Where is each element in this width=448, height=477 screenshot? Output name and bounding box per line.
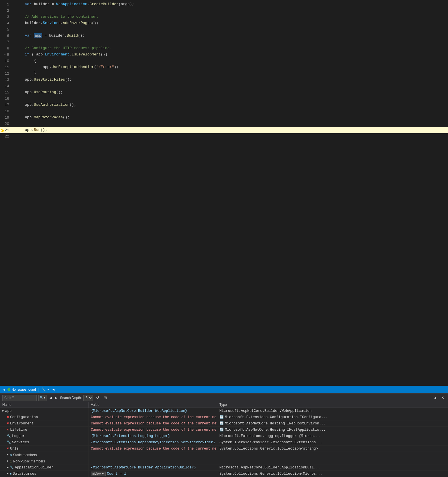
row-configuration-value: Cannot evaluate expression because the c… [89, 414, 217, 420]
search-depth-select[interactable]: 3 1 2 4 5 [83, 395, 93, 401]
row-logger-value: {Microsoft.Extensions.Logging.Logger} [89, 433, 217, 439]
code-line-11: 11 app.UseExceptionHandler("/Error"); [0, 64, 448, 70]
search-depth-label: Search Depth: [60, 396, 82, 400]
dropdown-arrow-icon: ▼ [47, 388, 49, 391]
expand-icon-app[interactable]: ► [2, 409, 4, 412]
row-datasources-name: ► ■ DataSources [0, 471, 89, 477]
line-number-10: 10 [0, 59, 14, 63]
table-row[interactable]: 🔧 Logger {Microsoft.Extensions.Logging.L… [0, 433, 448, 439]
search-input[interactable] [2, 395, 37, 401]
wrench-icon-appbuilder: 🔧 [10, 466, 14, 469]
code-line-3: 3 // Add services to the container. [0, 14, 448, 20]
row-appbuilder-value: {Microsoft.AspNetCore.Builder.Applicatio… [89, 464, 217, 470]
nav-back-button[interactable]: ◄ [49, 396, 53, 400]
code-line-20: 20 [0, 121, 448, 127]
row-services-value: {Microsoft.Extensions.DependencyInjectio… [89, 439, 217, 445]
grid-icon-button[interactable]: ⊞ [102, 395, 108, 401]
status-no-issues[interactable]: No issues found [7, 388, 36, 392]
line-number-7: 7 [0, 40, 14, 44]
code-editor: 1 var builder = WebApplication.CreateBui… [0, 0, 448, 386]
code-line-10: 10 { [0, 58, 448, 64]
nonpublic-members-icon: ◌ [10, 459, 12, 464]
refresh-icon-button[interactable]: ↺ [95, 395, 101, 401]
line-number-1: 1 [0, 2, 14, 7]
row-datasources-type: System.Collections.Generic.ICollection<M… [217, 471, 448, 477]
nav-forward-button[interactable]: ► [54, 396, 58, 400]
code-line-14: 14 [0, 83, 448, 89]
row-lifetime-type: 🔄 Microsoft.AspNetCore.Hosting.IHostAppl… [217, 427, 448, 433]
code-line-5: 5 [0, 26, 448, 33]
line-content-3: // Add services to the container. [14, 14, 99, 20]
line-number-15: 15 [0, 90, 14, 95]
row-logger-type: Microsoft.Extensions.Logging.ILogger {Mi… [217, 433, 448, 439]
expand-icon-nonpublic[interactable]: ► [7, 460, 9, 463]
row-configuration-name-text: Configuration [10, 415, 38, 419]
watch-panel: 🔍▾ ◄ ► Search Depth: 3 1 2 4 5 ↺ ⊞ ▲ ✕ N… [0, 393, 448, 477]
row-appbuilder-name: ► 🔧 ApplicationBuilder [0, 464, 89, 470]
col-name-header: Name [0, 402, 89, 408]
row-appbuilder-name-text: ApplicationBuilder [15, 466, 53, 470]
row-static-name: ► ⚙ Static members [5, 452, 89, 458]
expand-icon-static[interactable]: ► [7, 453, 9, 456]
spinner-icon-environment: 🔄 [219, 421, 224, 426]
line-number-5: 5 [0, 27, 14, 32]
line-content-1: var builder = WebApplication.CreateBuild… [14, 1, 134, 7]
row-lifetime-value: Cannot evaluate expression because the c… [89, 427, 217, 433]
row-services-name-text: Services [12, 440, 29, 444]
line-content-6: var app = builder.Build(); [14, 33, 85, 39]
expand-icon-appbuilder[interactable]: ► [7, 466, 9, 469]
search-button[interactable]: 🔍▾ [38, 395, 47, 401]
code-line-17: 17 app.UseAuthorization(); [0, 102, 448, 108]
row-datasources-name-text: DataSources [13, 472, 37, 476]
line-number-22: 22 [0, 134, 14, 139]
table-row[interactable]: ✖ Urls Cannot evaluate expression becaus… [0, 446, 448, 452]
row-app-name: ► app [0, 408, 89, 414]
watch-table: Name Value Type ► app {Microsoft.AspNetC… [0, 402, 448, 477]
chevron-left-icon: ◄ [2, 388, 5, 391]
line-content-4: builder.Services.AddRazorPages(); [14, 20, 99, 26]
code-line-22: 22 [0, 133, 448, 139]
line-number-14: 14 [0, 84, 14, 88]
row-static-value [89, 452, 217, 458]
view-button-datasources[interactable]: ⊞View ▼ [91, 472, 106, 476]
row-logger-name: 🔧 Logger [5, 433, 89, 439]
code-line-12: 12 } [0, 70, 448, 77]
table-row[interactable]: ✖ Lifetime Cannot evaluate expression be… [0, 427, 448, 433]
expand-icon-datasources[interactable]: ► [7, 472, 9, 475]
status-errors[interactable]: ◄ [2, 388, 5, 391]
status-build-icon[interactable]: 🔧 ▼ [41, 388, 49, 392]
error-icon-lifetime: ✖ [7, 428, 9, 432]
expand-panel-button[interactable]: ▲ [432, 395, 439, 401]
wrench-spin-icon: 🔧 [41, 388, 46, 392]
row-static-type [217, 452, 448, 458]
table-row[interactable]: ► 🔧 ApplicationBuilder {Microsoft.AspNet… [0, 464, 448, 471]
table-row[interactable]: ✖ Environment Cannot evaluate expression… [0, 420, 448, 427]
watch-toolbar-right: ▲ ✕ [432, 395, 446, 401]
code-line-16: 16 [0, 95, 448, 102]
line-number-17: 17 [0, 103, 14, 107]
col-type-header: Type [217, 402, 448, 408]
status-nav-prev[interactable]: ◄ [52, 388, 55, 392]
status-no-issues-label: No issues found [11, 388, 36, 392]
table-row[interactable]: 🔧 Services {Microsoft.Extensions.Depende… [0, 439, 448, 446]
row-environment-name: ✖ Environment [5, 420, 89, 426]
line-number-12: 12 [0, 71, 14, 76]
line-number-4: 4 [0, 21, 14, 25]
table-row[interactable]: ► ◌ Non-Public members [0, 458, 448, 464]
col-value-header: Value [89, 402, 217, 408]
code-line-21: 21 ⮞ app.Run(); [0, 127, 448, 133]
code-line-2: 2 [0, 7, 448, 14]
line-content-8: // Configure the HTTP request pipeline. [14, 45, 112, 51]
line-content-15: app.UseRouting(); [14, 89, 63, 95]
row-datasources-value: ⊞View ▼ Count = 1 [89, 471, 217, 477]
table-row[interactable]: ✖ Configuration Cannot evaluate expressi… [0, 414, 448, 420]
table-row[interactable]: ► ⚙ Static members [0, 452, 448, 458]
table-row[interactable]: ► ■ DataSources ⊞View ▼ Count = 1 System… [0, 471, 448, 477]
line-number-3: 3 [0, 15, 14, 19]
watch-toolbar-left: 🔍▾ ◄ ► Search Depth: 3 1 2 4 5 ↺ ⊞ [2, 395, 108, 401]
line-number-21: 21 ⮞ [0, 128, 14, 132]
table-row[interactable]: ► app {Microsoft.AspNetCore.Builder.WebA… [0, 408, 448, 414]
close-panel-button[interactable]: ✕ [440, 395, 446, 401]
code-line-19: 19 app.MapRazorPages(); [0, 114, 448, 121]
spinner-icon-lifetime: 🔄 [219, 428, 224, 432]
